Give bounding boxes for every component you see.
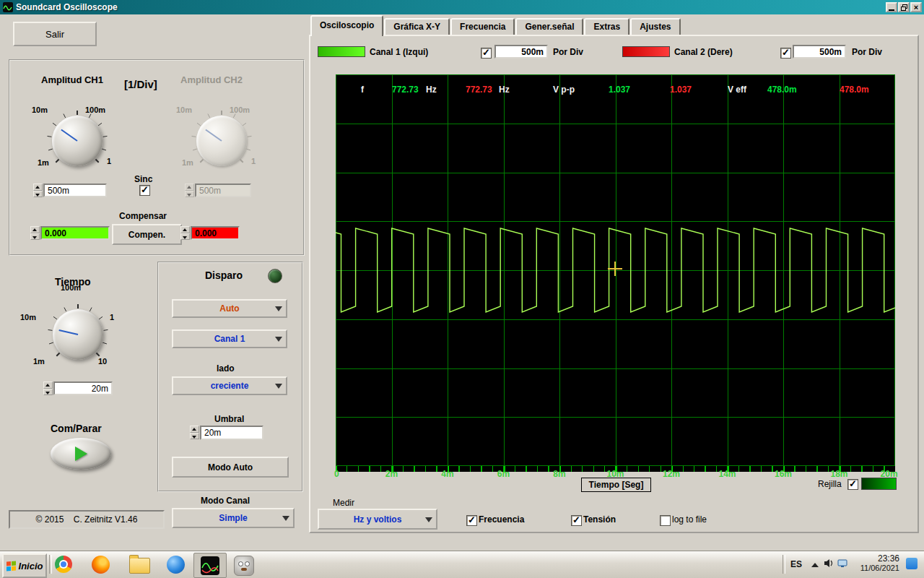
- chrome-icon[interactable]: [55, 556, 72, 573]
- dropdown-arrow-icon: [425, 517, 432, 522]
- compensar-label: Compensar: [119, 211, 167, 221]
- rejilla-checkbox[interactable]: [847, 479, 858, 490]
- ch1-perdiv-field[interactable]: 500m: [494, 45, 548, 59]
- spinner-up-icon[interactable]: [190, 426, 199, 433]
- ch1-perdiv-label: Por Div: [553, 47, 583, 57]
- spinner-down-icon[interactable]: [185, 191, 194, 198]
- spinner-up-icon[interactable]: [33, 184, 43, 191]
- tension-checkbox[interactable]: [571, 515, 582, 526]
- spinner-up-icon[interactable]: [180, 226, 190, 233]
- copyright-text: © 2015 C. Zeitnitz V1.46: [36, 514, 138, 525]
- spinner-down-icon[interactable]: [43, 389, 53, 396]
- restore-button[interactable]: [898, 2, 910, 12]
- tab-gr-fica-x-y[interactable]: Gráfica X-Y: [384, 18, 450, 35]
- umbral-field[interactable]: 20m: [200, 426, 263, 440]
- tab-gener-se-al[interactable]: Gener.señal: [515, 18, 583, 35]
- play-icon: [75, 447, 87, 461]
- notification-icon[interactable]: [906, 558, 918, 569]
- time-field[interactable]: 20m: [53, 381, 113, 395]
- tab-frecuencia[interactable]: Frecuencia: [450, 18, 515, 35]
- ch1-color-swatch: [318, 46, 365, 57]
- tab-extras[interactable]: Extras: [584, 18, 629, 35]
- ch1-enable-checkbox[interactable]: [481, 48, 492, 59]
- tab-strip: OsciloscopioGráfica X-YFrecuenciaGener.s…: [310, 16, 681, 35]
- firefox-icon[interactable]: [92, 556, 110, 574]
- spinner-up-icon[interactable]: [185, 184, 194, 191]
- offset-ch2-spinner[interactable]: [180, 226, 190, 240]
- amplitude-ch1-spinner[interactable]: [33, 184, 43, 197]
- oscilloscope-app-icon: [201, 556, 219, 575]
- close-icon: ×: [914, 3, 918, 12]
- medir-mode-dropdown[interactable]: Hz y voltios: [318, 509, 437, 530]
- start-button[interactable]: Inicio: [2, 553, 47, 578]
- ch2-perdiv-field[interactable]: 500m: [793, 45, 846, 59]
- app-window: Soundcard Oscilloscope × Salir Amplitud …: [0, 0, 924, 578]
- folder-icon[interactable]: [129, 558, 150, 574]
- clock-time: 23:36: [850, 553, 899, 564]
- knob-tick-label: 10m: [20, 313, 36, 322]
- oscilloscope-app-button[interactable]: [193, 553, 227, 578]
- close-button[interactable]: ×: [910, 2, 922, 12]
- ch2-enable-checkbox[interactable]: [780, 48, 791, 59]
- ch2-legend-label: Canal 2 (Dere): [674, 47, 733, 57]
- trigger-source-dropdown[interactable]: Canal 1: [172, 329, 287, 348]
- modo-auto-button[interactable]: Modo Auto: [172, 457, 289, 478]
- frecuencia-checkbox[interactable]: [466, 515, 477, 526]
- umbral-value: 20m: [204, 428, 221, 438]
- knob-tick-label: 100m: [85, 105, 105, 114]
- tab-osciloscopio[interactable]: Osciloscopio: [310, 15, 383, 36]
- modo-canal-value: Simple: [219, 513, 247, 523]
- minimize-button[interactable]: [886, 2, 897, 12]
- log-to-file-label: log to file: [672, 514, 707, 525]
- dropdown-arrow-icon: [275, 306, 282, 311]
- trigger-mode-value: Auto: [219, 303, 239, 314]
- network-icon[interactable]: [837, 559, 847, 568]
- offset-ch2-field[interactable]: 0.000: [191, 226, 240, 240]
- cursor-crosshair[interactable]: [614, 262, 616, 276]
- amplitude-ch2-knob[interactable]: [196, 116, 247, 166]
- amplitude-ch1-knob[interactable]: [52, 116, 103, 166]
- offset-ch1-spinner[interactable]: [30, 226, 40, 240]
- tab-ajustes[interactable]: Ajustes: [630, 18, 680, 35]
- knob-tick-label: 1m: [38, 158, 49, 167]
- ch2-perdiv-value: 500m: [819, 47, 842, 57]
- time-knob[interactable]: [53, 309, 103, 360]
- readout-f-ch1: 772.73: [392, 85, 419, 95]
- amplitude-ch1-field[interactable]: 500m: [43, 184, 107, 197]
- x-axis-title: Tiempo [Seg]: [581, 478, 651, 492]
- log-to-file-checkbox[interactable]: [660, 515, 671, 526]
- readout-veff-ch2: 478.0m: [840, 85, 869, 95]
- spinner-down-icon[interactable]: [30, 233, 40, 241]
- tray-expand-icon[interactable]: [811, 563, 819, 567]
- copyright-label: © 2015 C. Zeitnitz V1.46: [9, 510, 165, 529]
- offset-ch2-value: 0.000: [195, 228, 217, 238]
- gimp-icon[interactable]: [234, 556, 254, 576]
- compen-button[interactable]: Compen.: [112, 224, 182, 245]
- spinner-up-icon[interactable]: [43, 381, 53, 389]
- volume-icon[interactable]: [824, 558, 834, 568]
- language-indicator[interactable]: ES: [790, 559, 802, 569]
- umbral-spinner[interactable]: [190, 426, 199, 439]
- spinner-down-icon[interactable]: [180, 233, 190, 241]
- knob-tick-label: 1m: [182, 158, 193, 167]
- spinner-up-icon[interactable]: [30, 226, 40, 233]
- trigger-mode-dropdown[interactable]: Auto: [172, 299, 287, 318]
- medir-label: Medir: [333, 498, 354, 508]
- sinc-checkbox[interactable]: [139, 185, 150, 196]
- clock[interactable]: 23:36 11/06/2021: [850, 553, 899, 572]
- x-axis-title-text: Tiempo [Seg]: [589, 480, 644, 490]
- offset-ch1-field[interactable]: 0.000: [40, 226, 110, 240]
- run-stop-button[interactable]: [51, 438, 111, 470]
- spinner-down-icon[interactable]: [190, 433, 199, 440]
- rejilla-color-swatch: [861, 478, 897, 490]
- salir-button[interactable]: Salir: [13, 22, 97, 46]
- dropdown-arrow-icon: [282, 516, 289, 521]
- amplitude-ch2-spinner[interactable]: [185, 184, 194, 197]
- spinner-down-icon[interactable]: [33, 191, 43, 198]
- per-div-title: [1/Div]: [124, 78, 157, 90]
- modo-canal-dropdown[interactable]: Simple: [172, 508, 295, 528]
- trigger-edge-dropdown[interactable]: creciente: [172, 376, 287, 395]
- compen-label: Compen.: [128, 230, 165, 240]
- time-spinner[interactable]: [43, 381, 53, 395]
- browser-icon[interactable]: [167, 556, 185, 574]
